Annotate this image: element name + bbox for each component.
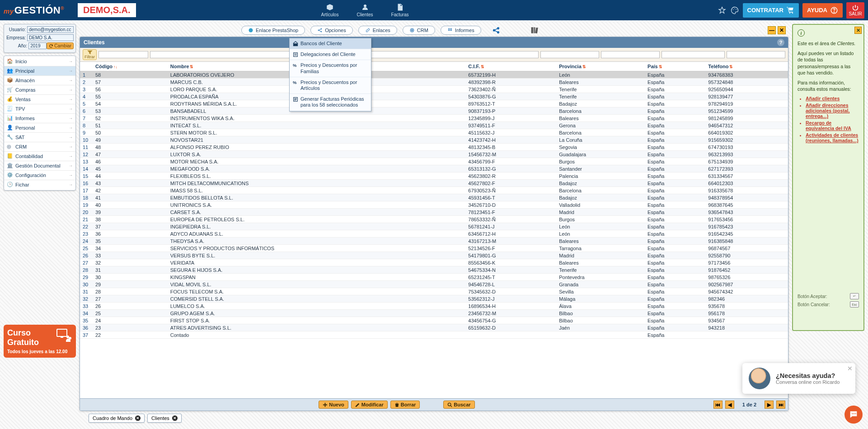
dropdown-item[interactable]: Generar Facturas Periódicas para los 58 … [290,94,371,111]
table-row[interactable]: 2435THEDYSA S.A.43167213-MBalearesEspaña… [80,238,788,245]
table-row[interactable]: 1049NOVOSTAR2141423742-HLa CoruñaEspaña9… [80,136,788,144]
panel-help-icon[interactable]: ? [777,39,784,46]
nav-contabilidad[interactable]: 📒Contabilidad→ [4,152,75,161]
modificar-button[interactable]: Modificar [351,401,388,409]
nav-crm[interactable]: ◎CRM→ [4,142,75,152]
col-codigo[interactable]: Código↑↓ [93,62,168,71]
col-pais[interactable]: País⇅ [645,62,705,71]
informes-button[interactable]: Informes [441,26,481,35]
ayuda-button[interactable]: AYUDA [802,3,843,18]
filter-cif[interactable] [540,51,599,58]
table-row[interactable]: 2633VERSUS BYTE S.L.54179801-GMadridEspa… [80,252,788,259]
page-first-button[interactable]: ⏮ [713,401,723,409]
table-row[interactable]: 3227COMERSID STELL S.A.53562312-JMálagaE… [80,295,788,303]
nav-informes[interactable]: 📊Informes→ [4,114,75,123]
table-row[interactable]: 1346MOTOR MECHA S.A.43456799-FBurgosEspa… [80,158,788,165]
salir-button[interactable]: SALIR [846,2,864,19]
help-link[interactable]: Añadir clientes [806,96,859,101]
table-row[interactable]: 554RODYTRANS MÉRIDA S.A.L.89763512-TBada… [80,100,788,107]
nav-almac-n[interactable]: 📦Almacén→ [4,76,75,85]
filter-telefono[interactable] [727,51,785,58]
promo-banner[interactable]: Curso Gratuito Todos los jueves a las 12… [4,325,76,358]
chat-close-icon[interactable]: ✕ [847,365,853,372]
table-row[interactable]: 851INTECAT S.L.93749511-FGeronaEspaña946… [80,122,788,129]
tab-close-icon[interactable]: ✕ [135,415,141,421]
table-row[interactable]: 950STERN MOTOR S.L.45115632-JBarcelonaEs… [80,129,788,136]
opciones-button[interactable]: Opciones [310,26,352,35]
nav-gesti-n-documental[interactable]: 🏛️Gestión Documental→ [4,161,75,171]
nav-fichar[interactable]: 🕒Fichar→ [4,180,75,189]
tab-cuadro-mando[interactable]: Cuadro de Mando✕ [89,414,145,423]
table-row[interactable]: 2930KINGSPAN65231245-TPontevedraEspaña98… [80,274,788,281]
table-row[interactable]: 455PRODALCA ESPAÑA54303876-GTenerifeEspa… [80,93,788,100]
table-row[interactable]: 3029VIDAL MOVIL S.L.94546728-LGranadaEsp… [80,281,788,288]
nav-inicio[interactable]: 🏠Inicio→ [4,57,75,66]
nav-principal[interactable]: 👥Principal→ [4,66,75,76]
table-row[interactable]: 2831SEGURA E HIJOS S.A.54675334-NTenerif… [80,266,788,274]
filter-button[interactable]: Filtrar [83,49,97,60]
enlace-prestashop-button[interactable]: Enlace PrestaShop [241,26,305,35]
borrar-button[interactable]: Borrar [390,401,420,409]
help-link[interactable]: Añadir direcciones adicionales (postal, … [806,103,859,119]
help-link[interactable]: Actividades de clientes (reuniones, llam… [806,132,859,143]
page-prev-button[interactable]: ◀ [725,401,734,409]
table-row[interactable]: 1643MITCH DELTACOMMUNICATIONS45627802-FB… [80,180,788,187]
dropdown-item[interactable]: %Precios y Descuentos por Artículos [290,77,371,94]
ano-input[interactable] [28,42,47,49]
share-standalone-icon[interactable] [492,26,500,34]
table-row[interactable]: 3722ContadoEspaña [80,331,788,339]
col-cif[interactable]: C.I.F.⇅ [465,62,556,71]
table-row[interactable]: 2534SERVICIOS Y PRODUCTOS INFORMÁTICOS52… [80,245,788,252]
table-row[interactable]: 3326LUMELCO S.A.16896534-HÁlavaEspaña935… [80,303,788,310]
nuevo-button[interactable]: Nuevo [319,401,348,409]
table-row[interactable]: 2039CARSET S.A.78123451-FMadridEspaña936… [80,209,788,216]
table-row[interactable]: 1247LUXTOR S.A.15456732-MGuadalajaraEspa… [80,151,788,158]
help-close-button[interactable]: ✕ [854,27,862,34]
dropdown-item[interactable]: Bancos del Cliente [290,38,371,49]
topnav-articulos[interactable]: Artículos [321,3,339,17]
tab-close-icon[interactable]: ✕ [172,415,178,421]
nav-tpv[interactable]: 🧾TPV→ [4,104,75,114]
chat-widget[interactable]: ¿Necesitas ayuda? Conversa online con Ri… [742,363,855,394]
dropdown-item[interactable]: Delegaciones del Cliente [290,49,371,60]
col-provincia[interactable]: Provincia⇅ [556,62,645,71]
table-row[interactable]: 2237INGEPIEDRA S.L.56781241-JLeónEspaña9… [80,223,788,230]
nav-ventas[interactable]: 💰Ventas→ [4,95,75,104]
table-row[interactable]: 1940UNITRONICS S.A.34526710-DValladolidE… [80,201,788,209]
books-icon[interactable] [530,26,540,34]
page-next-button[interactable]: ▶ [765,401,774,409]
dropdown-item[interactable]: %Precios y Descuentos por Familias [290,60,371,77]
nav-configuraci-n[interactable]: ⚙️Configuración→ [4,171,75,180]
table-row[interactable]: 1841EMBUTIDOS BELLOTA S.L.45931456-TBada… [80,194,788,201]
nav-sat[interactable]: 🔧SAT→ [4,133,75,142]
table-row[interactable]: 257MARCUS C.B.48392398-RBalearesEspaña95… [80,79,788,86]
table-row[interactable]: 2336ADYCO ADUANAS S.L.63456712-HLeónEspa… [80,230,788,238]
table-row[interactable]: 1445MEGAFOOD S.A.65313132-GSantanderEspa… [80,165,788,173]
minimize-button[interactable]: — [768,26,776,34]
chat-bubble-button[interactable] [845,406,863,424]
empresa-input[interactable] [27,34,74,41]
star-icon[interactable] [718,6,727,15]
table-row[interactable]: 2138EUROPEA DE PETROLEOS S.L.78653332-ÑB… [80,216,788,223]
page-last-button[interactable]: ⏭ [776,401,785,409]
table-row[interactable]: 158LABORATORIOS OVEJERO65732199-HLeónEsp… [80,71,788,79]
table-row[interactable]: 1742IMASS 58 S.L.67930523-ÑBarcelonaEspa… [80,187,788,194]
opciones-dropdown[interactable]: Bancos del ClienteDelegaciones del Clien… [289,38,371,112]
filter-pais[interactable] [662,51,725,58]
table-row[interactable]: 752INSTRUMENTOS WIKA S.A.12345899-JBalea… [80,115,788,122]
topnav-facturas[interactable]: Facturas [391,3,409,17]
filter-provincia[interactable] [601,51,660,58]
usuario-input[interactable] [27,26,74,33]
tab-clientes[interactable]: Clientes✕ [147,414,182,423]
col-telefono[interactable]: Teléfono⇅ [705,62,788,71]
help-link[interactable]: Recargo de equivalencia del IVA [806,120,859,131]
filter-codigo[interactable] [99,51,148,58]
table-row[interactable]: 3425GRUPO AGEM S.A.23456732-MBilbaoEspañ… [80,310,788,317]
close-button[interactable]: ✕ [778,26,786,34]
crm-button[interactable]: CRM [403,26,435,35]
table-row[interactable]: 356LORO PARQUE S.A.73623402-ÑTenerifeEsp… [80,86,788,93]
buscar-button[interactable]: Buscar [443,401,474,409]
table-row[interactable]: 1544FLEXIBLEOS S.L.45623802-RPalenciaEsp… [80,173,788,180]
contratar-button[interactable]: CONTRATAR [743,3,799,18]
table-row[interactable]: 3524FIRST STOP S.A.43456754-GBilbaoEspañ… [80,317,788,324]
